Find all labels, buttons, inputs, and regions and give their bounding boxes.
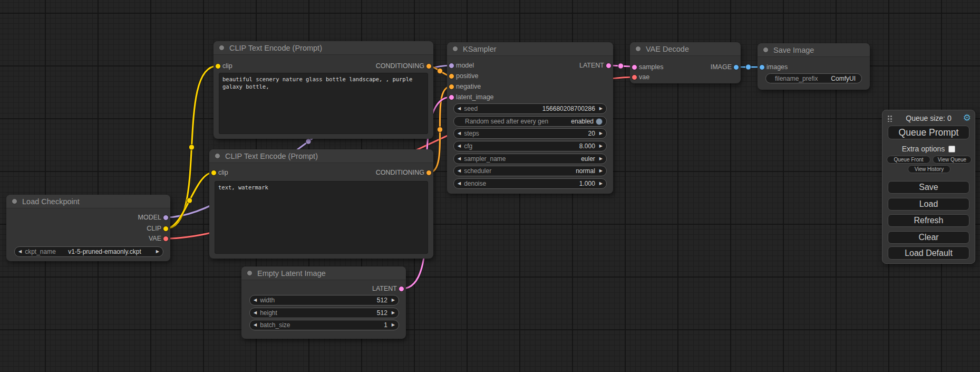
node-title-bar[interactable]: CLIP Text Encode (Prompt): [214, 41, 433, 55]
vae-slot-dot[interactable]: [163, 236, 169, 242]
input-slot-negative[interactable]: negative: [447, 82, 481, 91]
extra-options-checkbox[interactable]: [948, 146, 955, 152]
queue-prompt-button[interactable]: Queue Prompt: [888, 126, 969, 139]
drag-handle-icon[interactable]: [887, 115, 892, 122]
prompt-textarea[interactable]: text, watermark: [215, 181, 428, 254]
node-empty-latent-image[interactable]: Empty Latent Image LATENT ◀ width 512 ▶ …: [241, 266, 406, 339]
ckpt-name-widget[interactable]: ◀ ckpt_name v1-5-pruned-emaonly.ckpt ▶: [14, 246, 163, 257]
decrement-arrow-icon[interactable]: ◀: [458, 131, 461, 136]
cfg-widget[interactable]: ◀ cfg 8.000 ▶: [453, 141, 607, 151]
increment-arrow-icon[interactable]: ▶: [392, 323, 395, 327]
node-collapse-icon[interactable]: [635, 46, 641, 52]
vae-slot-dot[interactable]: [632, 74, 637, 80]
model-slot-dot[interactable]: [449, 63, 454, 69]
clip-slot-dot[interactable]: [163, 226, 169, 232]
input-slot-latent-image[interactable]: latent_image: [447, 93, 494, 101]
decrement-arrow-icon[interactable]: ◀: [18, 250, 22, 254]
node-clip-text-encode-negative[interactable]: CLIP Text Encode (Prompt) clip CONDITION…: [209, 149, 433, 259]
increment-arrow-icon[interactable]: ▶: [599, 144, 603, 148]
decrement-arrow-icon[interactable]: ◀: [458, 169, 461, 173]
random-seed-toggle[interactable]: [596, 118, 603, 125]
node-save-image[interactable]: Save Image images filename_prefix ComfyU…: [758, 43, 870, 90]
latent-slot-dot[interactable]: [399, 286, 404, 292]
input-slot-clip[interactable]: clip: [209, 168, 228, 177]
image-slot-dot[interactable]: [733, 64, 739, 70]
increment-arrow-icon[interactable]: ▶: [156, 250, 159, 254]
node-title-bar[interactable]: CLIP Text Encode (Prompt): [209, 149, 433, 163]
node-collapse-icon[interactable]: [247, 270, 253, 276]
width-widget[interactable]: ◀ width 512 ▶: [249, 295, 399, 306]
node-load-checkpoint[interactable]: Load Checkpoint MODEL CLIP VAE ◀ ckpt_na…: [6, 195, 170, 261]
model-slot-dot[interactable]: [163, 215, 169, 221]
node-title-bar[interactable]: Load Checkpoint: [6, 195, 170, 208]
increment-arrow-icon[interactable]: ▶: [599, 182, 603, 186]
batch-size-widget[interactable]: ◀ batch_size 1 ▶: [249, 320, 399, 330]
clip-slot-dot[interactable]: [211, 170, 217, 176]
increment-arrow-icon[interactable]: ▶: [392, 298, 395, 302]
output-slot-latent[interactable]: LATENT: [372, 284, 406, 293]
increment-arrow-icon[interactable]: ▶: [599, 157, 603, 161]
graph-canvas[interactable]: Load Checkpoint MODEL CLIP VAE ◀ ckpt_na…: [0, 0, 980, 372]
input-slot-samples[interactable]: samples: [630, 63, 664, 71]
node-collapse-icon[interactable]: [763, 47, 769, 53]
node-title-bar[interactable]: Empty Latent Image: [241, 266, 406, 280]
queue-front-button[interactable]: Queue Front: [887, 156, 930, 164]
input-slot-positive[interactable]: positive: [447, 72, 478, 80]
decrement-arrow-icon[interactable]: ◀: [458, 144, 461, 148]
conditioning-slot-dot[interactable]: [426, 170, 432, 176]
prompt-textarea[interactable]: beautiful scenery nature glass bottle la…: [219, 73, 428, 134]
node-collapse-icon[interactable]: [12, 198, 17, 204]
output-slot-model[interactable]: MODEL: [138, 213, 170, 222]
view-queue-button[interactable]: View Queue: [933, 156, 972, 164]
height-widget[interactable]: ◀ height 512 ▶: [249, 308, 399, 318]
conditioning-slot-dot[interactable]: [426, 63, 432, 69]
decrement-arrow-icon[interactable]: ◀: [458, 157, 461, 161]
latent-slot-dot[interactable]: [632, 64, 637, 70]
latent-slot-dot[interactable]: [606, 63, 612, 69]
output-slot-conditioning[interactable]: CONDITIONING: [376, 168, 433, 177]
seed-widget[interactable]: ◀ seed 156680208700286 ▶: [453, 103, 607, 114]
node-title-bar[interactable]: Save Image: [758, 43, 870, 57]
node-vae-decode[interactable]: VAE Decode samples vae IMAGE: [630, 42, 741, 83]
denoise-widget[interactable]: ◀ denoise 1.000 ▶: [453, 178, 607, 189]
output-slot-image[interactable]: IMAGE: [711, 63, 741, 71]
gear-icon[interactable]: ⚙: [963, 112, 971, 125]
save-button[interactable]: Save: [888, 181, 969, 194]
node-collapse-icon[interactable]: [219, 45, 225, 51]
node-collapse-icon[interactable]: [452, 46, 458, 52]
output-slot-clip[interactable]: CLIP: [147, 224, 170, 233]
decrement-arrow-icon[interactable]: ◀: [254, 311, 257, 315]
filename-prefix-widget[interactable]: filename_prefix ComfyUI: [765, 73, 862, 83]
node-title-bar[interactable]: KSampler: [447, 42, 613, 56]
random-seed-widget[interactable]: Random seed after every gen enabled: [453, 116, 607, 127]
clip-slot-dot[interactable]: [215, 63, 221, 69]
output-slot-conditioning[interactable]: CONDITIONING: [376, 62, 433, 70]
input-slot-model[interactable]: model: [447, 61, 474, 70]
node-collapse-icon[interactable]: [215, 153, 220, 159]
increment-arrow-icon[interactable]: ▶: [392, 311, 395, 315]
refresh-button[interactable]: Refresh: [888, 214, 969, 227]
increment-arrow-icon[interactable]: ▶: [599, 107, 603, 111]
sampler-name-widget[interactable]: ◀ sampler_name euler ▶: [453, 154, 607, 164]
latent-slot-dot[interactable]: [449, 94, 454, 100]
image-slot-dot[interactable]: [759, 64, 765, 70]
scheduler-widget[interactable]: ◀ scheduler normal ▶: [453, 166, 607, 176]
clear-button[interactable]: Clear: [888, 231, 969, 244]
decrement-arrow-icon[interactable]: ◀: [458, 182, 461, 186]
input-slot-vae[interactable]: vae: [630, 73, 649, 81]
conditioning-slot-dot[interactable]: [449, 84, 454, 90]
load-button[interactable]: Load: [888, 198, 969, 211]
input-slot-images[interactable]: images: [758, 63, 788, 71]
steps-widget[interactable]: ◀ steps 20 ▶: [453, 128, 607, 139]
increment-arrow-icon[interactable]: ▶: [599, 131, 603, 136]
node-ksampler[interactable]: KSampler model positive negative latent_…: [447, 42, 613, 194]
view-history-button[interactable]: View History: [908, 165, 950, 173]
decrement-arrow-icon[interactable]: ◀: [254, 298, 257, 302]
increment-arrow-icon[interactable]: ▶: [599, 169, 603, 173]
conditioning-slot-dot[interactable]: [449, 73, 454, 79]
decrement-arrow-icon[interactable]: ◀: [458, 107, 461, 111]
input-slot-clip[interactable]: clip: [214, 62, 232, 70]
output-slot-latent[interactable]: LATENT: [579, 61, 613, 70]
load-default-button[interactable]: Load Default: [888, 246, 969, 260]
node-clip-text-encode-positive[interactable]: CLIP Text Encode (Prompt) clip CONDITION…: [214, 41, 433, 139]
